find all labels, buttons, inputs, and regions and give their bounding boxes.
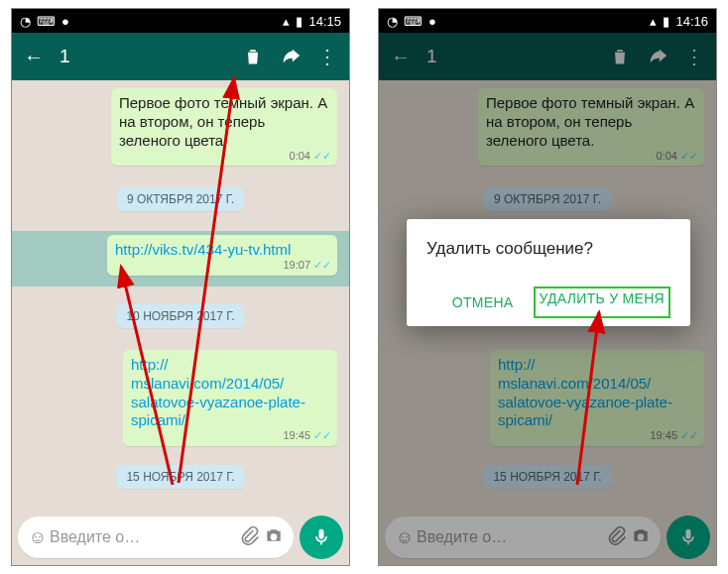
camera-icon[interactable] (262, 525, 286, 550)
message-input-box: ☺ Введите о… (385, 517, 661, 558)
emoji-icon[interactable]: ☺ (26, 527, 50, 548)
message-bubble[interactable]: Первое фото темный экран. А на втором, о… (111, 88, 337, 166)
read-ticks-icon: ✓✓ (680, 429, 698, 443)
cancel-button[interactable]: ОТМЕНА (446, 287, 520, 318)
date-chip: 10 НОЯБРЯ 2017 Г. (116, 304, 244, 328)
app-icon-2: ● (428, 14, 436, 29)
selection-count: 1 (60, 46, 226, 67)
message-time: 0:04✓✓ (290, 150, 331, 164)
more-icon[interactable]: ⋮ (317, 45, 337, 68)
message-input-placeholder: Введите о… (417, 528, 605, 546)
read-ticks-icon: ✓✓ (680, 150, 698, 164)
clock-time: 14:16 (675, 14, 708, 29)
input-bar: ☺ Введите о… (379, 510, 716, 565)
selection-toolbar: ← 1 ⋮ (379, 33, 716, 80)
message-bubble: http:// mslanavi.com/2014/05/ salatovoe-… (490, 350, 704, 446)
read-ticks-icon: ✓✓ (313, 150, 331, 164)
attach-icon[interactable] (238, 525, 262, 550)
camera-icon (629, 525, 653, 550)
message-link[interactable]: http:// mslanavi.com/2014/05/ salatovoe-… (131, 356, 305, 428)
date-chip: 9 ОКТЯБРЯ 2017 Г. (484, 187, 611, 211)
message-bubble-selected[interactable]: http://viks.tv/434-yu-tv.html 19:07✓✓ (107, 235, 337, 276)
message-time: 19:07✓✓ (283, 259, 331, 273)
app-icon-1: ◔ (387, 14, 398, 29)
status-bar: ◔ ⌨ ● ▴ ▮ 14:15 (12, 9, 349, 33)
date-chip: 15 НОЯБРЯ 2017 Г. (483, 465, 611, 489)
emoji-icon: ☺ (393, 527, 417, 548)
attach-icon (605, 525, 629, 550)
status-bar: ◔ ⌨ ● ▴ ▮ 14:16 (379, 9, 716, 33)
signal-icon: ▴ (283, 14, 290, 29)
delete-icon[interactable] (242, 46, 264, 67)
message-text: Первое фото темный экран. А на втором, о… (119, 94, 327, 149)
message-bubble: Первое фото темный экран. А на втором, о… (478, 88, 704, 166)
back-icon[interactable]: ← (24, 46, 44, 68)
battery-icon: ▮ (296, 14, 303, 29)
delete-for-me-button[interactable]: УДАЛИТЬ У МЕНЯ (534, 287, 670, 318)
message-input-placeholder: Введите о… (50, 528, 238, 546)
message-time: 19:45✓✓ (283, 429, 331, 443)
screenshot-left: ◔ ⌨ ● ▴ ▮ 14:15 ← 1 ⋮ Первое фото темный… (11, 8, 350, 566)
date-chip: 9 ОКТЯБРЯ 2017 Г. (117, 187, 244, 211)
message-time: 19:45✓✓ (650, 429, 698, 443)
read-ticks-icon: ✓✓ (313, 259, 331, 273)
keyboard-icon: ⌨ (37, 14, 56, 29)
input-bar: ☺ Введите о… (12, 510, 349, 565)
delete-dialog: Удалить сообщение? ОТМЕНА УДАЛИТЬ У МЕНЯ (407, 219, 690, 326)
screenshot-right: ◔ ⌨ ● ▴ ▮ 14:16 ← 1 ⋮ Первое фото темный… (378, 8, 717, 566)
message-time: 0:04✓✓ (657, 150, 698, 164)
message-input-box[interactable]: ☺ Введите о… (18, 517, 294, 558)
mic-button (667, 516, 710, 559)
dialog-title: Удалить сообщение? (426, 239, 670, 259)
read-ticks-icon: ✓✓ (313, 429, 331, 443)
chat-area: Первое фото темный экран. А на втором, о… (12, 80, 349, 512)
forward-icon[interactable] (280, 46, 302, 67)
message-bubble[interactable]: http:// mslanavi.com/2014/05/ salatovoe-… (123, 350, 337, 446)
selection-toolbar: ← 1 ⋮ (12, 33, 349, 80)
signal-icon: ▴ (650, 14, 657, 29)
message-text: Первое фото темный экран. А на втором, о… (486, 94, 694, 149)
clock-time: 14:15 (308, 14, 341, 29)
date-chip: 15 НОЯБРЯ 2017 Г. (116, 465, 244, 489)
app-icon-2: ● (61, 14, 69, 29)
keyboard-icon: ⌨ (404, 14, 423, 29)
mic-button[interactable] (300, 516, 343, 559)
battery-icon: ▮ (663, 14, 669, 29)
message-link: http:// mslanavi.com/2014/05/ salatovoe-… (498, 356, 672, 428)
app-icon-1: ◔ (20, 14, 31, 29)
message-link[interactable]: http://viks.tv/434-yu-tv.html (115, 241, 291, 258)
